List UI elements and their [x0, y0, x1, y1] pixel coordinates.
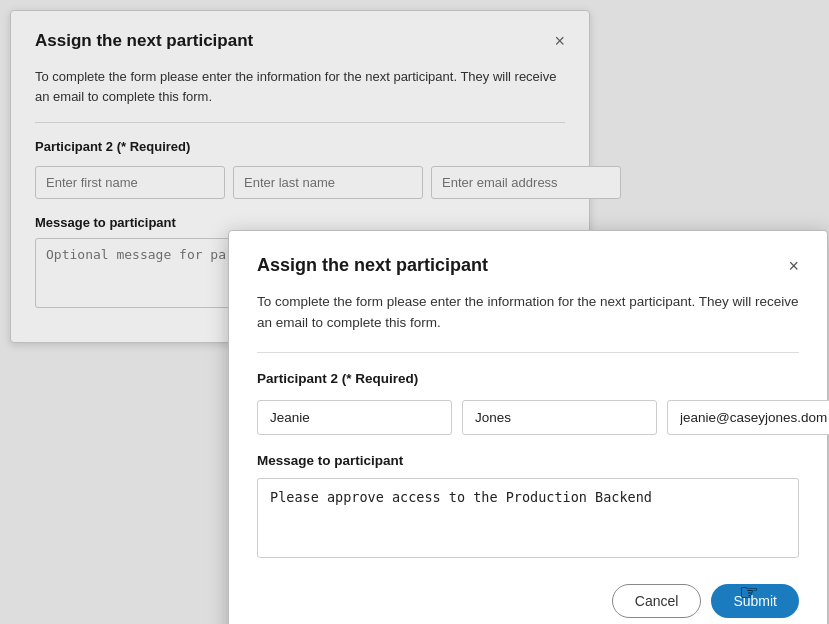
fg-last-name-input[interactable]	[462, 400, 657, 435]
fg-first-name-input[interactable]	[257, 400, 452, 435]
fg-close-button[interactable]: ×	[788, 257, 799, 275]
fg-dialog-description: To complete the form please enter the in…	[257, 292, 799, 334]
fg-message-label: Message to participant	[257, 453, 799, 468]
fg-actions-row: Cancel Submit	[257, 584, 799, 618]
fg-dialog-title: Assign the next participant	[257, 255, 488, 276]
fg-fields-row	[257, 400, 799, 435]
fg-section-label: Participant 2 (* Required)	[257, 371, 799, 386]
fg-dialog-title-row: Assign the next participant ×	[257, 255, 799, 276]
fg-message-textarea[interactable]	[257, 478, 799, 558]
submit-button[interactable]: Submit	[711, 584, 799, 618]
foreground-dialog: Assign the next participant × To complet…	[228, 230, 828, 624]
cancel-button[interactable]: Cancel	[612, 584, 702, 618]
fg-divider	[257, 352, 799, 353]
fg-email-input[interactable]	[667, 400, 829, 435]
